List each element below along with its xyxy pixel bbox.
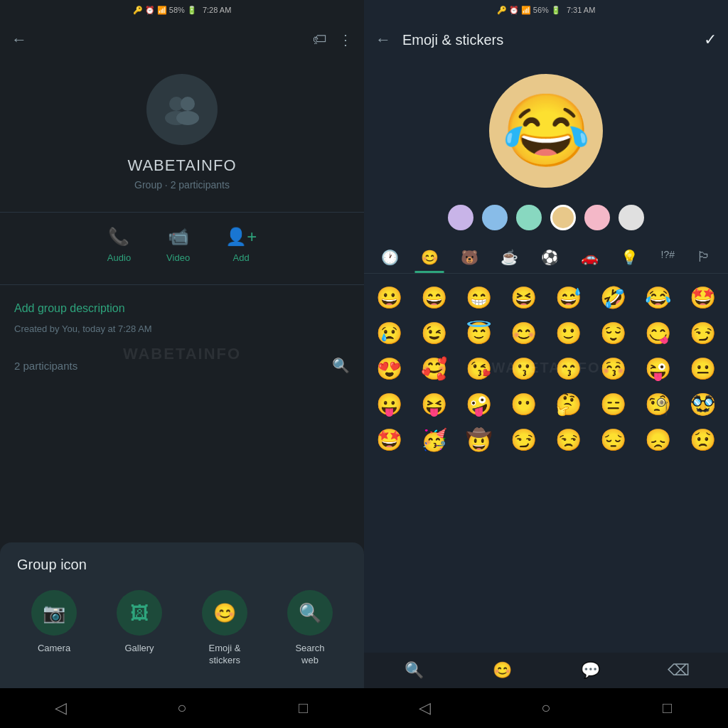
emoji-kiss3[interactable]: 😙 [552,352,585,385]
back-button[interactable]: ← [11,31,27,49]
search-web-label: Searchweb [295,643,324,667]
right-status-time: 7:31 AM [567,6,595,14]
emoji-zany[interactable]: 🤪 [463,387,496,420]
emoji-squint[interactable]: 😆 [508,281,540,314]
cat-food[interactable]: ☕ [495,245,524,270]
emoji-monocle[interactable]: 🧐 [642,387,675,420]
emoji-kiss2[interactable]: 😗 [508,352,540,385]
label-icon[interactable]: 🏷 [313,31,327,48]
emoji-grinning[interactable]: 😀 [373,281,406,314]
check-button[interactable]: ✓ [704,31,717,49]
emoji-kiss[interactable]: 😘 [463,352,496,385]
emoji-heart-eyes[interactable]: 😍 [373,352,406,385]
swatch-purple[interactable] [448,205,473,230]
cat-smileys[interactable]: 😊 [415,245,444,270]
svg-point-3 [176,111,199,125]
emoji-rolling[interactable]: 🤣 [597,281,630,314]
emoji-squinting-tongue[interactable]: 😝 [418,387,451,420]
emoji-thinking[interactable]: 🤔 [552,387,585,420]
emoji-sweat[interactable]: 😅 [552,281,585,314]
search-participants-icon[interactable]: 🔍 [332,357,350,374]
right-nav-square[interactable]: □ [646,699,689,717]
emoji-neutral[interactable]: 😑 [597,387,630,420]
emoji-sleepy[interactable]: 😞 [642,423,675,456]
emoji-bottom-bar: 🔍 😊 💬 ⌫ [364,653,728,688]
emoji-partying[interactable]: 🤩 [373,423,406,456]
cat-flags[interactable]: 🏳 [691,245,717,270]
emoji-stickers-label: Emoji &stickers [209,643,241,667]
video-button[interactable]: 📹 Video [166,227,190,263]
emoji-stickers-icon: 😊 [213,602,236,624]
cat-objects[interactable]: 💡 [615,245,644,270]
emoji-joy[interactable]: 😂 [642,281,675,314]
swatch-yellow-selected[interactable] [550,205,576,230]
video-label: Video [166,252,190,263]
emoji-pensive[interactable]: 😔 [597,423,630,456]
swatch-mint[interactable] [516,205,542,230]
cat-activities[interactable]: ⚽ [535,245,564,270]
emoji-expressionless[interactable]: 😐 [687,352,719,385]
left-nav-square[interactable]: □ [282,699,325,717]
emoji-preview-section: 😂 [364,60,728,199]
swatch-white[interactable] [619,205,644,230]
audio-button[interactable]: 📞 Audio [107,227,131,263]
action-buttons: 📞 Audio 📹 Video 👤+ Add [0,212,364,285]
emoji-categories: 🕐 😊 🐻 ☕ ⚽ 🚗 💡 !?# 🏳 [364,242,728,274]
emoji-grin[interactable]: 😄 [418,281,451,314]
add-description-link[interactable]: Add group description [14,302,350,315]
emoji-row-4: 😛 😝 🤪 😶 🤔 😑 🧐 🥸 [367,386,725,422]
search-emoji-icon[interactable]: 🔍 [375,661,452,680]
emoji-tab-icon[interactable]: 😊 [464,661,540,680]
group-avatar-icon [161,88,203,131]
emoji-slightly-smile[interactable]: 🙂 [552,316,585,349]
emoji-worried[interactable]: 😟 [687,423,719,456]
cat-symbols[interactable]: !?# [655,245,680,270]
right-back-button[interactable]: ← [375,31,391,49]
emoji-smiling-hearts[interactable]: 🥰 [418,352,451,385]
emoji-wink[interactable]: 😉 [418,316,451,349]
emoji-smirk[interactable]: 😏 [687,316,719,349]
emoji-party-hat[interactable]: 🥳 [418,423,451,456]
svg-point-2 [181,97,195,111]
emoji-no-mouth[interactable]: 😶 [508,387,540,420]
cat-animals[interactable]: 🐻 [455,245,484,270]
participants-label: 2 participants [14,360,77,372]
preview-emoji: 😂 [502,89,591,173]
emoji-tongue[interactable]: 😛 [373,387,406,420]
emoji-cry[interactable]: 😢 [373,316,406,349]
emoji-unamused[interactable]: 😒 [552,423,585,456]
cat-recent[interactable]: 🕐 [375,245,405,270]
emoji-stuck-out[interactable]: 😜 [642,352,675,385]
left-nav-home[interactable]: ○ [161,699,203,717]
emoji-smirk2[interactable]: 😏 [508,423,540,456]
search-web-option[interactable]: 🔍 Searchweb [287,590,333,667]
camera-icon: 📷 [43,602,65,624]
add-participant-button[interactable]: 👤+ Add [225,227,257,263]
left-top-bar: ← 🏷 ⋮ [0,20,364,60]
gallery-option[interactable]: 🖼 Gallery [117,590,162,667]
emoji-smile[interactable]: 😊 [508,316,540,349]
emoji-yum[interactable]: 😋 [642,316,675,349]
emoji-halo[interactable]: 😇 [463,316,496,349]
left-nav-back[interactable]: ◁ [39,699,82,717]
emoji-stars[interactable]: 🤩 [687,281,719,314]
emoji-kiss4[interactable]: 😚 [597,352,630,385]
emoji-beam[interactable]: 😁 [463,281,496,314]
emoji-disguise[interactable]: 🥸 [687,387,719,420]
right-nav-home[interactable]: ○ [525,699,567,717]
left-panel: WABETAINFO ← 🏷 ⋮ WABETAINFO Group · 2 pa… [0,20,364,688]
emoji-cowboy[interactable]: 🤠 [463,423,496,456]
swatch-pink[interactable] [584,205,610,230]
emoji-stickers-option[interactable]: 😊 Emoji &stickers [202,590,247,667]
emoji-relieved[interactable]: 😌 [597,316,630,349]
menu-icon[interactable]: ⋮ [338,31,353,48]
delete-emoji-icon[interactable]: ⌫ [640,661,717,680]
search-web-icon: 🔍 [299,602,321,624]
popup-title: Group icon [11,557,353,573]
right-nav-back[interactable]: ◁ [403,699,446,717]
swatch-blue[interactable] [482,205,508,230]
cat-travel[interactable]: 🚗 [575,245,604,270]
sticker-tab-icon[interactable]: 💬 [552,661,628,680]
camera-option[interactable]: 📷 Camera [31,590,77,667]
profile-subtitle: Group · 2 participants [134,179,230,191]
